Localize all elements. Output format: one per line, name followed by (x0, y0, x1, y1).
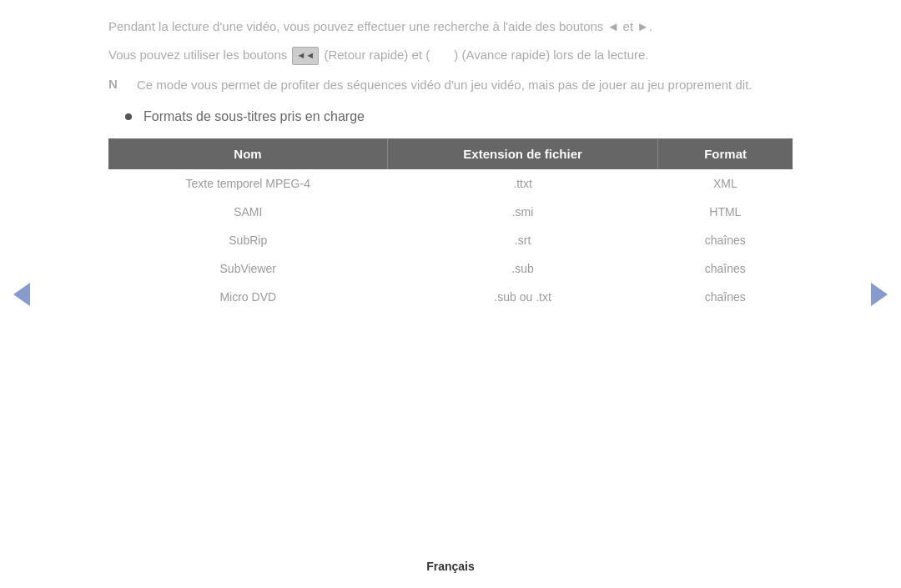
table-body: Texte temporel MPEG-4 .ttxt XML SAMI .sm… (108, 169, 793, 311)
cell-ext-3: .srt (387, 226, 657, 254)
cell-fmt-3: chaînes (658, 226, 793, 254)
bullet-section: Formats de sous-titres pris en charge (125, 107, 793, 127)
col-extension: Extension de fichier (387, 138, 657, 169)
table-row: SAMI .smi HTML (108, 198, 793, 226)
nav-arrow-left[interactable] (12, 278, 32, 311)
right-arrow-icon (871, 283, 888, 306)
cell-ext-1: .ttxt (387, 169, 657, 198)
table-row: Texte temporel MPEG-4 .ttxt XML (108, 169, 793, 198)
cell-nom-3: SubRip (108, 226, 387, 254)
cell-ext-4: .sub (387, 254, 657, 283)
cell-fmt-1: XML (658, 169, 793, 198)
cell-ext-5: .sub ou .txt (387, 283, 657, 311)
rewind-icon: ◄◄ (292, 47, 319, 65)
table-row: SubViewer .sub chaînes (108, 254, 793, 283)
cell-nom-4: SubViewer (108, 254, 387, 283)
paragraph-1: Pendant la lecture d'une vidéo, vous pou… (108, 17, 793, 37)
col-nom: Nom (108, 138, 387, 169)
nav-arrow-right[interactable] (869, 278, 889, 311)
cell-fmt-5: chaînes (658, 283, 793, 311)
subtitle-table: Nom Extension de fichier Format Texte te… (108, 138, 793, 311)
bullet-item-formats: Formats de sous-titres pris en charge (125, 107, 793, 127)
table-header-row: Nom Extension de fichier Format (108, 138, 793, 169)
table-row: Micro DVD .sub ou .txt chaînes (108, 283, 793, 311)
left-arrow-icon (13, 283, 30, 306)
note-letter: N (108, 77, 122, 91)
footer-language: Français (426, 560, 475, 573)
bullet-text: Formats de sous-titres pris en charge (143, 107, 365, 127)
cell-ext-2: .smi (387, 198, 657, 226)
cell-nom-5: Micro DVD (108, 283, 387, 311)
paragraph-2: Vous pouvez utiliser les boutons ◄◄ (Ret… (108, 45, 793, 65)
footer: Français (0, 560, 901, 573)
cell-nom-1: Texte temporel MPEG-4 (108, 169, 387, 198)
note-block: N Ce mode vous permet de profiter des sé… (108, 75, 793, 95)
main-content: Pendant la lecture d'une vidéo, vous pou… (0, 0, 901, 311)
table-row: SubRip .srt chaînes (108, 226, 793, 254)
cell-fmt-2: HTML (658, 198, 793, 226)
cell-nom-2: SAMI (108, 198, 387, 226)
col-format: Format (658, 138, 793, 169)
table-header: Nom Extension de fichier Format (108, 138, 793, 169)
bullet-dot (125, 113, 132, 120)
cell-fmt-4: chaînes (658, 254, 793, 283)
note-text: Ce mode vous permet de profiter des séqu… (137, 75, 752, 95)
